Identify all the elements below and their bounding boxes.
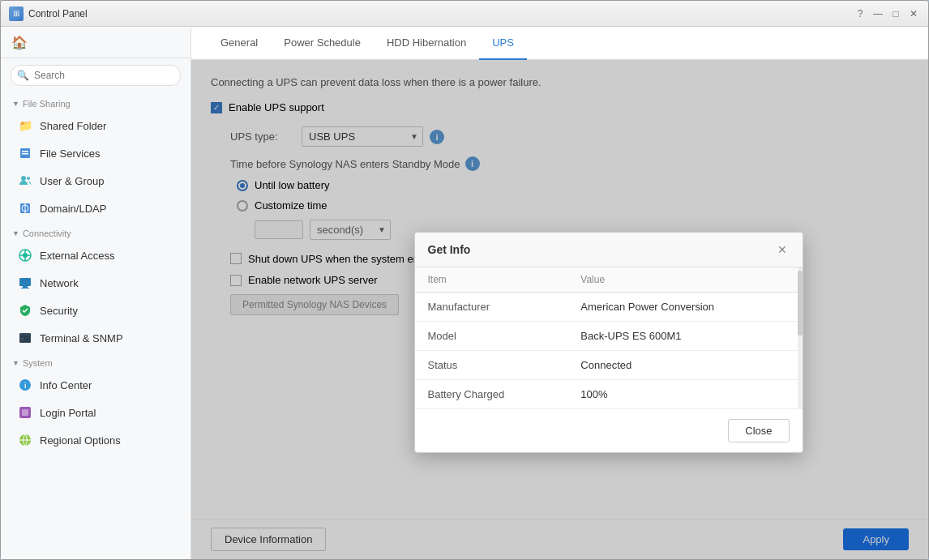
tab-general[interactable]: General [208,27,271,60]
sidebar-item-file-services[interactable]: File Services [1,139,191,167]
sidebar-item-label: Shared Folder [40,120,106,132]
shared-folder-icon: 📁 [17,118,33,134]
sidebar-item-domain-ldap[interactable]: Domain/LDAP [1,195,191,222]
svg-point-3 [21,176,26,181]
section-label: System [23,358,53,368]
modal-header: Get Info ✕ [415,233,803,267]
table-row: Model Back-UPS ES 600M1 [415,321,798,350]
table-row: Manufacturer American Power Conversion [415,292,798,321]
modal-scrollbar[interactable] [798,267,803,408]
sidebar-item-terminal-snmp[interactable]: > Terminal & SNMP [1,324,191,352]
sidebar-item-external-access[interactable]: External Access [1,242,191,269]
search-icon: 🔍 [17,70,29,81]
sidebar-item-shared-folder[interactable]: 📁 Shared Folder [1,112,191,139]
tab-power-schedule[interactable]: Power Schedule [271,27,374,60]
external-access-icon [17,247,33,263]
column-item: Item [415,267,568,293]
row-item: Manufacturer [415,292,568,321]
sidebar-item-network[interactable]: Network [1,269,191,297]
home-icon: 🏠 [11,33,28,51]
section-file-sharing[interactable]: ▼ File Sharing [1,92,191,112]
row-item: Model [415,321,568,350]
maximize-button[interactable]: □ [889,7,902,20]
section-label: Connectivity [23,229,71,238]
tab-ups[interactable]: UPS [479,27,527,60]
login-portal-icon [17,404,33,421]
sidebar-item-label: User & Group [40,175,104,187]
home-button[interactable]: 🏠 [1,27,191,58]
svg-rect-1 [22,151,28,152]
svg-rect-16 [21,288,29,289]
sidebar-item-user-group[interactable]: User & Group [1,167,191,195]
section-label: File Sharing [23,99,71,109]
sidebar-item-label: Login Portal [40,407,96,419]
tab-hdd-hibernation[interactable]: HDD Hibernation [374,27,479,60]
row-item: Battery Charged [415,379,568,408]
regional-options-icon [17,432,33,448]
file-services-icon [17,145,33,161]
main-content: General Power Schedule HDD Hibernation U… [191,27,928,559]
sidebar-item-label: External Access [40,250,115,262]
search-box: 🔍 [11,65,181,86]
titlebar: ⊞ Control Panel ? — □ ✕ [1,1,928,27]
network-icon [17,275,33,291]
sidebar-item-login-portal[interactable]: Login Portal [1,399,191,426]
sidebar-item-label: File Services [40,147,100,160]
sidebar-item-label: Domain/LDAP [40,203,106,215]
modal-close-button[interactable]: ✕ [775,242,790,257]
svg-rect-2 [22,153,28,155]
sidebar-item-label: Security [40,305,78,317]
modal-title: Get Info [428,243,471,256]
sidebar-item-label: Terminal & SNMP [40,332,123,344]
svg-text:>: > [21,336,24,341]
get-info-modal: Get Info ✕ Item Value [414,232,803,453]
close-button[interactable]: ✕ [907,7,920,20]
sidebar-item-regional-options[interactable]: Regional Options [1,426,191,454]
svg-point-4 [27,177,30,180]
row-value: Back-UPS ES 600M1 [567,321,797,350]
column-value: Value [567,267,797,293]
help-button[interactable]: ? [854,7,867,20]
sidebar-item-security[interactable]: Security [1,297,191,324]
info-table: Item Value Manufacturer American Power C… [415,267,798,408]
sidebar: 🏠 🔍 ▼ File Sharing 📁 Shared Folder File … [1,27,191,559]
sidebar-item-label: Regional Options [40,434,121,447]
window-body: 🏠 🔍 ▼ File Sharing 📁 Shared Folder File … [1,27,928,559]
table-row: Status Connected [415,350,798,379]
row-value: 100% [567,379,797,408]
modal-body: Item Value Manufacturer American Power C… [415,267,803,408]
user-group-icon [17,173,33,189]
info-center-icon: i [17,377,33,393]
scrollbar-thumb [798,271,803,336]
section-arrow: ▼ [12,229,19,237]
row-item: Status [415,350,568,379]
table-row: Battery Charged 100% [415,379,798,408]
svg-rect-23 [22,409,28,416]
sidebar-item-label: Info Center [40,379,92,391]
row-value: Connected [567,350,797,379]
row-value: American Power Conversion [567,292,797,321]
window-controls: ? — □ ✕ [854,7,920,20]
modal-close-btn[interactable]: Close [728,419,789,442]
search-input[interactable] [11,65,181,86]
titlebar-title: Control Panel [28,8,854,19]
domain-ldap-icon [17,200,33,216]
svg-rect-15 [23,286,28,288]
security-icon [17,302,33,318]
minimize-button[interactable]: — [871,7,884,20]
modal-footer: Close [415,408,803,452]
app-icon: ⊞ [9,6,24,21]
svg-rect-14 [19,278,31,286]
main-window: ⊞ Control Panel ? — □ ✕ 🏠 🔍 ▼ File Shari… [0,0,929,560]
section-arrow: ▼ [12,100,19,108]
section-arrow: ▼ [12,359,19,367]
svg-text:i: i [24,382,27,390]
content-with-modal: Connecting a UPS can prevent data loss w… [191,60,928,559]
modal-overlay: Get Info ✕ Item Value [191,60,928,559]
section-system[interactable]: ▼ System [1,352,191,371]
section-connectivity[interactable]: ▼ Connectivity [1,222,191,242]
svg-point-9 [23,253,28,258]
sidebar-item-info-center[interactable]: i Info Center [1,371,191,399]
tabs: General Power Schedule HDD Hibernation U… [191,27,928,60]
sidebar-item-label: Network [40,277,79,289]
